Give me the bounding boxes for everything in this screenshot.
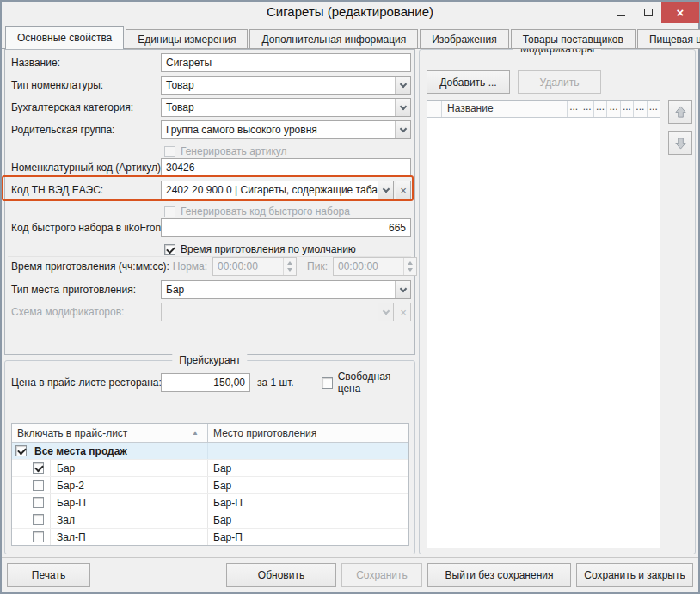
cooking-time-row: Время приготовления (чч:мм:сс): Норма: П… [8, 256, 411, 275]
modifiers-table-header: Название ... ... ... ... ... ... ... [427, 101, 660, 118]
save-and-close-button[interactable]: Сохранить и закрыть [576, 563, 693, 587]
table-row[interactable]: Бар-2 Бар [12, 477, 408, 494]
chevron-down-icon[interactable] [378, 181, 393, 199]
move-down-button[interactable] [668, 131, 692, 155]
close-button[interactable]: × [661, 2, 699, 23]
row-checkbox[interactable] [33, 531, 44, 542]
price-input[interactable] [161, 373, 250, 392]
spinner-arrows-icon [283, 258, 296, 275]
column-header-dots[interactable]: ... [607, 101, 620, 117]
generate-quick-code-label: Генерировать код быстрого набора [181, 205, 350, 217]
free-price-checkbox[interactable] [322, 377, 333, 389]
modifier-scheme-clear-button: × [396, 303, 411, 321]
column-header-dots[interactable]: ... [568, 101, 580, 117]
row-checkbox[interactable] [33, 514, 44, 525]
tnved-label: Код ТН ВЭД ЕАЭС: [8, 184, 161, 196]
edit-product-dialog: Сигареты (редактирование) × Основные сво… [0, 0, 700, 594]
nomenclature-type-select[interactable]: Товар [161, 76, 411, 95]
quick-code-input[interactable] [161, 218, 411, 237]
row-checkbox[interactable] [33, 480, 44, 491]
field-row-parent-group: Родительская группа: Группа самого высок… [8, 120, 411, 139]
name-input[interactable] [161, 53, 411, 72]
arrow-up-icon [674, 106, 687, 119]
peak-time-spinner [333, 257, 417, 276]
chevron-down-icon[interactable] [395, 121, 410, 138]
add-modifier-button[interactable]: Добавить ... [427, 70, 510, 94]
tab-additional-info[interactable]: Дополнительная информация [249, 29, 418, 49]
field-row-modifier-scheme: Схема модификаторов: × [8, 303, 411, 321]
main-properties-panel: Название: Тип номенклатуры: Товар Бухгал… [4, 49, 415, 355]
exit-without-saving-button[interactable]: Выйти без сохранения [427, 563, 571, 587]
window-title: Сигареты (редактирование) [0, 4, 700, 19]
tab-main-properties[interactable]: Основные свойства [5, 26, 124, 49]
tab-supplier-products[interactable]: Товары поставщиков [511, 29, 636, 49]
accounting-category-label: Бухгалтерская категория: [8, 101, 161, 113]
table-row[interactable]: Зал Бар [12, 511, 408, 529]
modifier-scheme-label: Схема модификаторов: [8, 306, 161, 318]
peak-label: Пик: [307, 260, 328, 273]
column-header-dots[interactable]: ... [648, 101, 660, 117]
article-code-input[interactable] [161, 158, 411, 177]
row-name: Все места продаж [34, 445, 127, 457]
print-button[interactable]: Печать [7, 563, 90, 587]
footer-divider [2, 557, 698, 558]
chevron-down-icon[interactable] [395, 99, 410, 116]
row-checkbox[interactable] [15, 445, 27, 456]
cooking-place-type-select[interactable]: Бар [161, 280, 411, 299]
column-header-name[interactable]: Название [442, 101, 568, 117]
field-row-nomenclature-type: Тип номенклатуры: Товар [8, 76, 411, 95]
price-row: Цена в прайс-листе ресторана: за 1 шт. С… [8, 373, 411, 392]
row-place: Бар-П [208, 531, 408, 543]
spinner-arrows-icon [403, 258, 416, 275]
norm-label: Норма: [173, 260, 207, 273]
refresh-button[interactable]: Обновить [226, 563, 336, 587]
nomenclature-type-label: Тип номенклатуры: [8, 79, 161, 91]
maximize-button[interactable] [635, 2, 661, 23]
default-cooking-time-checkbox[interactable] [164, 244, 175, 255]
field-row-article-code: Номенклатурный код (Артикул): [8, 158, 411, 177]
table-row[interactable]: Бар-П Бар-П [12, 494, 408, 511]
tnved-clear-button[interactable]: × [396, 181, 411, 199]
move-up-button[interactable] [668, 100, 692, 124]
tab-images[interactable]: Изображения [420, 29, 508, 49]
field-row-cooking-place-type: Тип места приготовления: Бар [8, 280, 411, 299]
cooking-place-type-label: Тип места приготовления: [8, 284, 161, 296]
row-name: Бар-П [50, 494, 86, 511]
close-icon: × [677, 5, 685, 20]
table-row-all-places[interactable]: Все места продаж [12, 443, 408, 460]
quick-code-label: Код быстрого набора в iikoFront: [8, 222, 161, 234]
row-name: Бар-2 [50, 477, 84, 493]
column-header-place[interactable]: Место приготовления [208, 427, 408, 439]
row-place: Бар-П [208, 497, 408, 509]
default-cooking-time-row: Время приготовления по умолчанию [8, 242, 411, 256]
column-header-dots[interactable]: ... [634, 101, 647, 117]
row-checkbox[interactable] [33, 497, 44, 508]
tab-units[interactable]: Единицы измерения [126, 29, 248, 49]
minimize-button[interactable] [607, 2, 635, 23]
table-row[interactable]: Бар Бар [12, 460, 408, 477]
column-header-dots[interactable]: ... [580, 101, 593, 117]
accounting-category-select[interactable]: Товар [161, 98, 411, 117]
parent-group-select[interactable]: Группа самого высокого уровня [161, 120, 411, 139]
column-header-dots[interactable]: ... [621, 101, 634, 117]
per-unit-label: за 1 шт. [257, 377, 294, 389]
tnved-select[interactable]: 2402 20 900 0 | Сигареты, содержащие таб… [161, 181, 394, 199]
modifiers-table-body [427, 118, 660, 548]
delete-modifier-button: Удалить [518, 70, 601, 94]
table-row[interactable]: Зал-П Бар-П [12, 529, 408, 546]
sort-ascending-icon: ▲ [192, 429, 199, 437]
free-price-label: Свободная цена [338, 370, 411, 395]
norm-time-input [213, 258, 283, 275]
chevron-down-icon[interactable] [395, 281, 410, 298]
modifiers-table: Название ... ... ... ... ... ... ... [427, 100, 660, 548]
chevron-down-icon[interactable] [395, 77, 410, 94]
tab-nutrition[interactable]: Пищевая ценность [637, 29, 700, 49]
minimize-icon [617, 15, 625, 16]
row-place: Бар [208, 514, 408, 526]
column-header-empty [427, 101, 442, 117]
row-place: Бар [208, 480, 408, 492]
norm-time-spinner [212, 257, 297, 276]
column-header-dots[interactable]: ... [594, 101, 607, 117]
row-checkbox[interactable] [33, 462, 44, 474]
column-header-include[interactable]: Включать в прайс-лист ▲ [12, 424, 208, 442]
